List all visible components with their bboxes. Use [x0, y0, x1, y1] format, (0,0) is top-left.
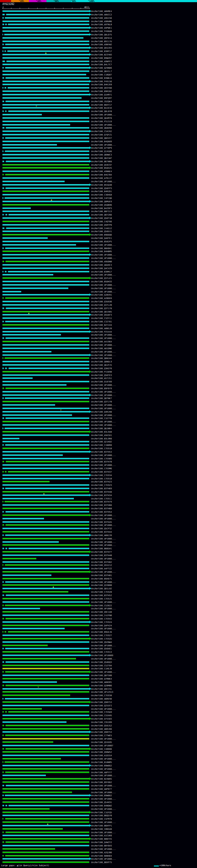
hit-label[interactable]: UniRef100_B4Z9P3 [91, 207, 112, 210]
hit-label[interactable]: UniRef100_O18789 [91, 380, 112, 383]
hit-bar-segment[interactable] [5, 137, 89, 139]
hit-row[interactable]: UniRef100_Q56EV1 [0, 230, 197, 233]
hit-label[interactable]: UniRef100_B3TH53 [91, 451, 112, 453]
hit-row[interactable]: UniRef100_A9NNE4 [0, 170, 197, 173]
hit-row[interactable]: UniRef100_Q56T10 [0, 217, 197, 220]
hit-row[interactable]: UniRef100_Q90Y53 [0, 701, 197, 704]
hit-bar-segment[interactable] [2, 628, 65, 629]
hit-bar-segment[interactable] [2, 111, 4, 112]
hit-bar-segment[interactable] [2, 668, 89, 670]
hit-label[interactable]: UniRef100_UP1000... [91, 645, 116, 647]
hit-label[interactable]: UniRef100_A9TNL0 [91, 23, 112, 26]
hit-bar-segment[interactable] [9, 214, 89, 216]
hit-label[interactable]: UniRef100_B3L9U8 [91, 431, 112, 433]
hit-bar-segment[interactable] [2, 388, 4, 389]
hit-bar-segment[interactable] [5, 44, 89, 45]
hit-row[interactable]: UniRef100_UP1000... [0, 334, 197, 337]
hit-row[interactable]: UniRef100_Q90Y53 [0, 731, 197, 734]
hit-bar-segment[interactable] [4, 34, 89, 35]
hit-row[interactable]: UniRef100_UP1000... [0, 273, 197, 277]
hit-row[interactable]: UniRef100_B67NR8 [0, 160, 197, 163]
hit-row[interactable]: UniRef100_Q3T178 [0, 307, 197, 310]
hit-row[interactable]: UniRef100_A57J51 [0, 377, 197, 380]
hit-bar-segment[interactable] [2, 598, 89, 599]
hit-bar-segment[interactable] [5, 548, 7, 549]
hit-label[interactable]: UniRef100_B8F313 [91, 210, 112, 213]
hit-label[interactable]: UniRef100_C7E927 [91, 634, 112, 637]
hit-label[interactable]: UniRef100_UP1000... [91, 738, 116, 740]
hit-row[interactable]: UniRef100_A6RJD6 [0, 727, 197, 731]
hit-label[interactable]: UniRef100_B3TH44 [91, 531, 112, 533]
hit-bar-segment[interactable] [2, 154, 89, 155]
hit-bar-segment[interactable] [2, 495, 89, 496]
hit-row[interactable]: ▲UniRef100_Q5UAF3 [0, 313, 197, 316]
hit-bar-segment[interactable] [5, 298, 89, 299]
hit-label[interactable]: UniRef100_UP1000... [91, 407, 116, 410]
hit-bar-segment[interactable] [5, 648, 89, 649]
hit-bar-segment[interactable] [2, 504, 89, 506]
hit-row[interactable]: UniRef100_UP1000... [0, 464, 197, 467]
hit-label[interactable]: UniRef100_Q90Y53 [91, 731, 112, 734]
hit-label[interactable]: UniRef100_Q9ZNW4 [91, 641, 112, 644]
hit-bar-segment[interactable] [2, 298, 4, 299]
hit-label[interactable]: UniRef100_B9WB62 [91, 795, 112, 797]
hit-bar-segment[interactable] [2, 164, 89, 166]
hit-bar-segment[interactable] [5, 795, 89, 796]
hit-label[interactable]: UniRef100_B4KJE0 [91, 84, 112, 86]
hit-bar-segment[interactable] [2, 798, 89, 800]
hit-bar-segment[interactable] [5, 805, 7, 806]
hit-bar-segment[interactable] [5, 748, 89, 750]
hit-row[interactable]: UniRef100_Q7RNK4 [0, 677, 197, 680]
hit-row[interactable]: ▽UniRef100_Q9CC91 [0, 688, 197, 691]
hit-bar-segment[interactable] [2, 488, 4, 489]
hit-row[interactable]: UniRef100_Q54K91 [0, 801, 197, 804]
hit-row[interactable]: UniRef100_B3TH45 [0, 521, 197, 524]
hit-bar-segment[interactable] [2, 631, 3, 633]
hit-label[interactable]: UniRef100_Q68ER8 [91, 127, 112, 129]
hit-row[interactable]: UniRef100_C5FM70 [0, 817, 197, 820]
hit-bar-segment[interactable] [2, 758, 61, 760]
hit-row[interactable]: UniRef100_Q7T0P9 [0, 147, 197, 150]
hit-row[interactable]: UniRef100_B3TH48 [0, 491, 197, 494]
hit-label[interactable]: UniRef100_Q4CVZ9 [91, 267, 112, 270]
hit-label[interactable]: UniRef100_A8NSJ8 [91, 327, 112, 330]
hit-row[interactable]: UniRef100_UP1000... [0, 544, 197, 547]
hit-label[interactable]: UniRef100_UP1000... [91, 784, 116, 787]
hit-label[interactable]: UniRef100_UP1000... [91, 344, 116, 346]
hit-row[interactable]: UniRef100_Q5CP32 [0, 527, 197, 530]
hit-bar-segment[interactable] [2, 655, 89, 656]
hit-bar-segment[interactable] [2, 344, 89, 346]
hit-label[interactable]: UniRef100_B3L9R8 [91, 438, 112, 440]
hit-row[interactable]: UniRef100_B2Y1X4 [0, 323, 197, 327]
hit-row[interactable]: UniRef100_C7E943 [0, 617, 197, 620]
hit-bar-segment[interactable] [2, 147, 89, 149]
hit-row[interactable]: UniRef100_UP1000... [0, 858, 197, 861]
hit-bar-segment[interactable] [2, 711, 4, 713]
hit-label[interactable]: UniRef100_C7E9J5 [91, 598, 112, 600]
hit-label[interactable]: UniRef100_C95209 [91, 721, 112, 723]
hit-bar-segment[interactable] [2, 561, 89, 563]
hit-bar-segment[interactable] [2, 444, 4, 446]
hit-row[interactable]: UniRef100_C7E934 [0, 474, 197, 477]
hit-bar-segment[interactable] [5, 772, 89, 773]
hit-label[interactable]: UniRef100_UP1000... [91, 671, 116, 673]
hit-label[interactable]: UniRef100_B3TH82 [91, 561, 112, 563]
hit-row[interactable]: UniRef100_Q58DQ3 [0, 661, 197, 664]
hit-bar-segment[interactable] [2, 862, 89, 863]
hit-bar-segment[interactable] [2, 835, 89, 836]
hit-label[interactable]: UniRef100_B9DDQ6 [91, 234, 112, 236]
hit-bar-segment[interactable] [2, 61, 5, 62]
hit-bar-segment[interactable] [2, 408, 89, 409]
hit-bar-segment[interactable] [2, 324, 89, 326]
hit-row[interactable]: UniRef100_Q3UEO6 [0, 300, 197, 303]
hit-bar-segment[interactable] [2, 705, 89, 706]
hit-label[interactable]: UniRef100_Q6NWC3 [91, 154, 112, 156]
hit-row[interactable]: ▲UniRef100_Q8MUE9 [0, 200, 197, 203]
hit-bar-segment[interactable] [2, 364, 89, 366]
hit-label[interactable]: UniRef100_UP1000... [91, 518, 116, 520]
hit-bar-segment[interactable] [2, 374, 89, 376]
hit-bar-segment[interactable] [5, 618, 89, 620]
hit-row[interactable]: UniRef100_B9I17U [0, 40, 197, 43]
hit-bar-segment[interactable] [2, 571, 89, 573]
hit-bar-segment[interactable] [2, 314, 89, 316]
